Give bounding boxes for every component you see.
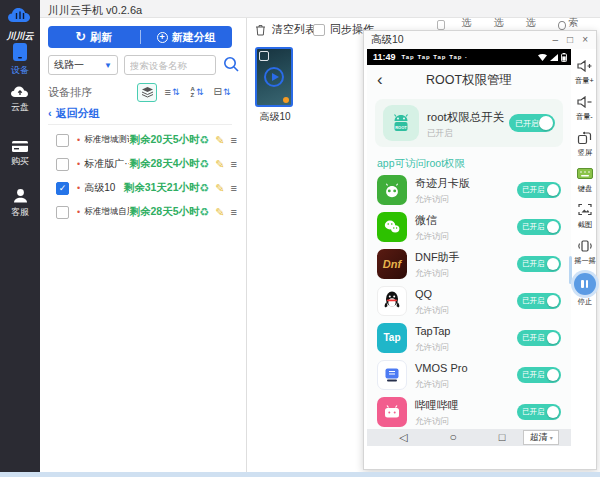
- back-arrow-icon[interactable]: ‹: [377, 67, 383, 93]
- toggle-knob: [547, 369, 559, 381]
- app-row-vmos: VMOS Pro 允许访问 已开启: [367, 356, 571, 393]
- tool-label: 音量-: [576, 112, 593, 122]
- tool-label: 竖屏: [577, 148, 591, 158]
- nav-recents-button[interactable]: □: [499, 429, 506, 446]
- shake-button[interactable]: 摇一摇: [573, 237, 597, 266]
- device-checkbox[interactable]: ✓: [56, 134, 69, 147]
- stop-button[interactable]: 停止: [574, 273, 596, 307]
- volume-down-button[interactable]: 音量-: [575, 93, 594, 122]
- device-name: 标准增城自用: [84, 206, 129, 218]
- edit-pencil-icon[interactable]: ✎: [215, 134, 224, 147]
- renew-icon[interactable]: ♻: [199, 206, 209, 219]
- app-permission: 允许访问: [415, 305, 449, 317]
- sidebar-item-buy[interactable]: 购买: [0, 140, 40, 168]
- sidebar-item-label: 购买: [0, 155, 40, 168]
- volume-up-button[interactable]: 音量+: [574, 57, 595, 86]
- minimize-button[interactable]: –: [553, 35, 559, 45]
- batch-checkbox[interactable]: [437, 20, 445, 30]
- app-root-toggle[interactable]: 已开启: [517, 367, 561, 383]
- cloud-disk-icon: [10, 84, 30, 99]
- renew-icon[interactable]: ♻: [199, 182, 209, 195]
- app-root-toggle[interactable]: 已开启: [517, 182, 561, 198]
- search-icon[interactable]: [222, 55, 240, 73]
- keyboard-icon: [577, 165, 593, 182]
- android-statusbar: 11:49 Tap Tap Tap Tap ·: [367, 49, 571, 65]
- app-root-toggle[interactable]: 已开启: [517, 256, 561, 272]
- renew-icon[interactable]: ♻: [199, 134, 209, 147]
- app-root-toggle[interactable]: 已开启: [517, 293, 561, 309]
- device-search-link[interactable]: 设备搜索: [558, 16, 600, 30]
- device-row[interactable]: ✓ • 标准增城测试 剩余20天5小时 ♻✎≡: [40, 128, 247, 152]
- line-select-dropdown[interactable]: 线路一 ▼: [48, 55, 118, 75]
- qq-icon: [377, 286, 407, 316]
- phone-window-titlebar[interactable]: 高级10 – □ ×: [364, 31, 596, 49]
- sort-by-list-button[interactable]: ≡⇅: [162, 83, 182, 102]
- search-input[interactable]: [124, 55, 216, 75]
- sidebar-item-devices[interactable]: 设备: [0, 42, 40, 77]
- device-row[interactable]: ✓ • 标准版广··· 剩余28天4小时 ♻✎≡: [40, 152, 247, 176]
- app-window-title: 川川云手机 v0.2.6a: [48, 3, 142, 18]
- pause-stop-icon: [574, 273, 596, 295]
- device-row[interactable]: ✓ • 标准增城自用 剩余28天5小时 ♻✎≡: [40, 200, 247, 224]
- drag-handle-icon[interactable]: ≡: [231, 134, 237, 146]
- keyboard-button[interactable]: 键盘: [577, 165, 593, 194]
- maximize-button[interactable]: □: [567, 35, 573, 45]
- play-icon[interactable]: [264, 67, 284, 87]
- device-checkbox[interactable]: ✓: [56, 206, 69, 219]
- app-permission: 允许访问: [415, 268, 460, 280]
- dnf-helper-icon: Dnf: [377, 249, 407, 279]
- new-group-button[interactable]: + 新建分组: [141, 26, 233, 48]
- drag-handle-icon[interactable]: ≡: [231, 182, 237, 194]
- master-switch-title: root权限总开关: [427, 111, 504, 123]
- master-switch-status: 已开启: [427, 128, 504, 140]
- renew-icon[interactable]: ♻: [199, 158, 209, 171]
- refresh-button[interactable]: ↻ 刷新: [48, 26, 140, 48]
- toggle-knob: [547, 258, 559, 270]
- multi-select-link[interactable]: 多选: [526, 16, 542, 30]
- tool-label: 键盘: [577, 184, 591, 194]
- back-to-groups-link[interactable]: ‹返回分组: [48, 106, 100, 121]
- app-root-toggle[interactable]: 已开启: [517, 219, 561, 235]
- chevron-left-icon: ‹: [48, 107, 52, 119]
- screenshot-button[interactable]: 截图: [577, 201, 593, 230]
- logo-text: 川川云: [7, 31, 34, 41]
- master-switch-toggle[interactable]: 已开启: [509, 114, 555, 132]
- shake-phone-icon: [577, 237, 593, 254]
- buy-card-icon: [11, 140, 29, 153]
- sort-alpha-button[interactable]: AZ⇅: [187, 83, 207, 102]
- sort-numeric-button[interactable]: ⊟⇅: [212, 83, 232, 102]
- drag-handle-icon[interactable]: ≡: [231, 158, 237, 170]
- app-root-toggle[interactable]: 已开启: [517, 330, 561, 346]
- select-all-link[interactable]: 全选: [461, 16, 477, 30]
- device-row-selected[interactable]: ✓ • 高级10 剩余31天21小时 ♻✎≡: [40, 176, 247, 200]
- chevron-down-icon: ▼: [104, 61, 112, 70]
- device-search-label: 设备搜索: [569, 16, 600, 30]
- thumbnail-checkbox[interactable]: [259, 51, 269, 61]
- drag-handle-icon[interactable]: ≡: [231, 206, 237, 218]
- device-checkbox[interactable]: ✓: [56, 158, 69, 171]
- device-thumbnail[interactable]: [255, 47, 293, 107]
- device-checkbox-checked[interactable]: ✓: [56, 182, 69, 195]
- clear-list-button[interactable]: 清空列表: [255, 22, 316, 37]
- app-root-toggle[interactable]: 已开启: [517, 404, 561, 420]
- support-person-icon: [12, 188, 29, 204]
- edit-pencil-icon[interactable]: ✎: [215, 182, 224, 195]
- quality-selector[interactable]: 超清 ▾: [523, 430, 559, 445]
- rotate-portrait-button[interactable]: 竖屏: [577, 129, 593, 158]
- nav-home-button[interactable]: ○: [449, 429, 456, 446]
- wifi-icon: [538, 54, 547, 61]
- nav-back-button[interactable]: ◁: [399, 429, 407, 446]
- app-name: 奇迹月卡版: [415, 177, 470, 189]
- sync-checkbox[interactable]: [313, 24, 325, 36]
- edit-pencil-icon[interactable]: ✎: [215, 206, 224, 219]
- sidebar-item-cloud-disk[interactable]: 云盘: [0, 84, 40, 114]
- sidebar-item-support[interactable]: 客服: [0, 188, 40, 219]
- group-view-button[interactable]: [137, 83, 157, 102]
- new-group-label: 新建分组: [172, 30, 216, 45]
- close-button[interactable]: ×: [582, 35, 588, 45]
- tool-label: 截图: [577, 220, 591, 230]
- edit-pencil-icon[interactable]: ✎: [215, 158, 224, 171]
- speaker-minus-icon: [577, 93, 592, 110]
- invert-selection-link[interactable]: 反选: [494, 16, 510, 30]
- statusbar-notification-icons: Tap Tap Tap Tap ·: [402, 54, 469, 60]
